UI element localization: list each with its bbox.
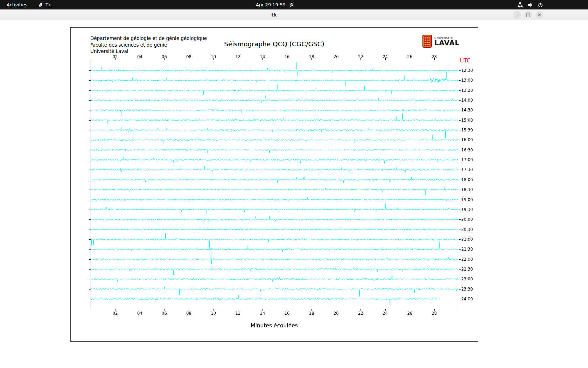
- utc-axis-title: UTC: [460, 57, 470, 64]
- clock-menu[interactable]: Apr 29 19:59: [253, 0, 297, 9]
- window-content: Département de géologie et de génie géol…: [0, 21, 588, 368]
- window-controls: − □ ×: [513, 11, 543, 19]
- close-button[interactable]: ×: [536, 11, 543, 19]
- tk-app-icon: [38, 2, 43, 8]
- focused-app-indicator[interactable]: Tk: [36, 0, 53, 9]
- top-bar: Activities Tk Apr 29 19:59: [0, 0, 588, 9]
- seismograph-canvas: [71, 28, 478, 342]
- maximize-button[interactable]: □: [524, 11, 532, 19]
- window-titlebar[interactable]: tk − □ ×: [0, 9, 588, 20]
- system-status-area[interactable]: [515, 0, 545, 9]
- window-title: tk: [239, 9, 309, 20]
- x-axis-title: Minutes écoulées: [71, 322, 478, 329]
- maximize-icon: □: [526, 13, 530, 17]
- power-icon: [538, 2, 543, 8]
- seismograph-frame: Département de géologie et de génie géol…: [70, 27, 478, 342]
- notifications-disabled-icon: [289, 2, 294, 8]
- clock-label: Apr 29 19:59: [256, 2, 286, 7]
- volume-icon: [527, 2, 533, 8]
- network-icon: [517, 2, 523, 8]
- minimize-button[interactable]: −: [513, 11, 521, 19]
- activities-button[interactable]: Activities: [4, 0, 30, 9]
- minimize-icon: −: [515, 13, 519, 17]
- app-name-label: Tk: [46, 2, 51, 7]
- close-icon: ×: [537, 12, 541, 17]
